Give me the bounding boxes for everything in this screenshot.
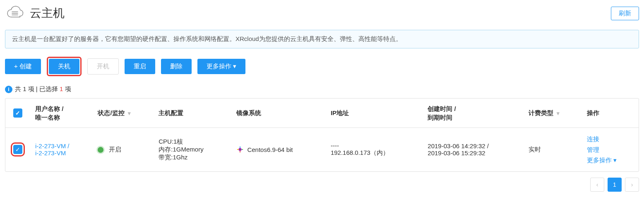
image-name: Centos6.9-64 bit [247,146,293,153]
page-title: 云主机 [30,5,65,21]
col-action: 操作 [582,99,639,128]
col-name: 用户名称 / 唯一名称 [30,99,93,128]
svg-rect-6 [240,147,241,148]
page-1[interactable]: 1 [608,178,622,192]
centos-icon [236,146,244,153]
col-ip: IP地址 [326,99,423,128]
selection-summary: i 共 1 项 | 已选择 1 项 [5,85,639,93]
filter-icon[interactable]: ▾ [557,110,560,116]
filter-icon[interactable]: ▾ [128,110,131,116]
delete-button[interactable]: 删除 [161,59,192,74]
shutdown-highlight: 关机 [47,57,82,76]
svg-rect-7 [240,151,241,153]
config-cell: CPU:1核 内存:1GMemory 带宽:1Ghz [154,128,231,171]
table-row: ✓ i-2-273-VM / i-2-273-VM 开启 CPU:1核 内存:1… [5,128,639,171]
page-title-group: 云主机 [5,5,65,22]
cloud-icon [5,5,25,22]
action-manage[interactable]: 管理 [587,144,634,155]
status-text: 开启 [109,146,121,153]
page-prev[interactable]: ‹ [590,178,604,192]
col-billing: 计费类型 ▾ [524,99,582,128]
info-banner: 云主机是一台配置好了的服务器，它有您期望的硬件配置、操作系统和网络配置。XRcl… [5,30,639,48]
svg-rect-5 [242,149,243,150]
time-cell: 2019-03-06 14:29:32 / 2019-03-06 15:29:3… [423,128,524,171]
action-connect[interactable]: 连接 [587,134,634,144]
refresh-button[interactable]: 刷新 [611,7,639,20]
more-actions-button[interactable]: 更多操作 [197,59,245,74]
col-config: 主机配置 [154,99,231,128]
status-dot-running [98,147,103,153]
shutdown-button[interactable]: 关机 [49,59,79,74]
col-image: 镜像系统 [231,99,326,128]
ip-cell: ---- 192.168.0.173（内） [326,128,423,171]
instance-name-link[interactable]: i-2-273-VM / [35,142,70,149]
svg-point-3 [239,148,242,151]
action-more[interactable]: 更多操作 [587,155,634,166]
poweron-button: 开机 [87,58,119,75]
restart-button[interactable]: 重启 [125,59,155,74]
create-button[interactable]: + 创建 [5,59,41,74]
svg-rect-4 [237,149,239,150]
instance-id-link[interactable]: i-2-273-VM [35,149,66,156]
col-time: 创建时间 / 到期时间 [423,99,524,128]
billing-cell: 实时 [524,128,582,171]
page-next[interactable]: › [625,178,639,192]
row-checkbox[interactable]: ✓ [13,145,22,154]
toolbar: + 创建 关机 开机 重启 删除 更多操作 [5,57,639,76]
col-status: 状态/监控 ▾ [93,99,154,128]
info-icon: i [5,86,12,93]
instances-table: ✓ 用户名称 / 唯一名称 状态/监控 ▾ 主机配置 镜像系统 IP地址 创建时… [5,98,639,172]
pagination: ‹ 1 › [5,178,639,192]
select-all-checkbox[interactable]: ✓ [13,108,22,118]
